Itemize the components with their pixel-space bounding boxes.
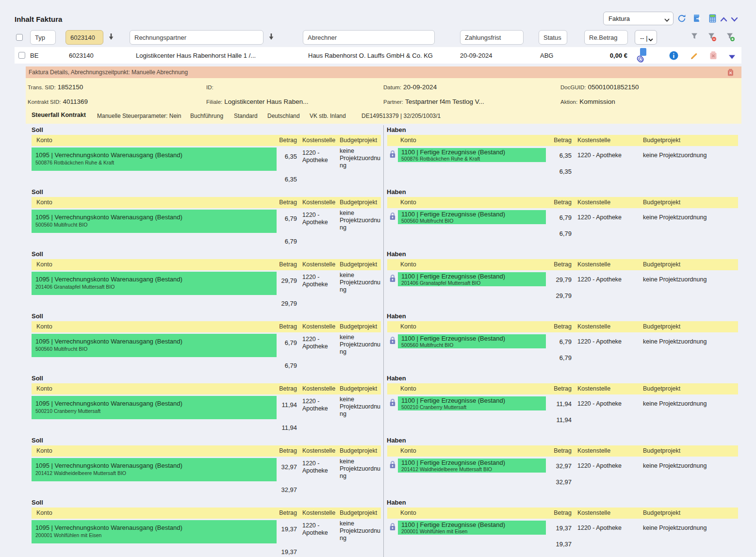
soll-konto-cell[interactable]: 1095 | Verrechnungskonto Warenausgang (B… bbox=[32, 147, 277, 171]
col-konto: Konto bbox=[36, 447, 52, 454]
haben-konto-cell[interactable]: 1100 | Fertige Erzeugnisse (Bestand) 201… bbox=[398, 272, 546, 286]
haben-konto-cell[interactable]: 1100 | Fertige Erzeugnisse (Bestand) 500… bbox=[398, 210, 546, 224]
soll-artikel: 201412 Waldheidelbeere Muttersaft BIO bbox=[35, 470, 277, 476]
soll-budgetprojekt: keine Projektzuordnung bbox=[340, 147, 383, 169]
sort-down-icon[interactable] bbox=[108, 33, 115, 41]
soll-konto-cell[interactable]: 1095 | Verrechnungskonto Warenausgang (B… bbox=[32, 334, 277, 357]
invoice-rechnungspartner: Logistikcenter Haus Rabenhorst Halle 1 /… bbox=[136, 52, 256, 59]
filter-extra-select[interactable]: -- | bbox=[635, 30, 657, 45]
col-budgetprojekt: Budgetprojekt bbox=[340, 385, 377, 392]
haben-konto-cell[interactable]: 1100 | Fertige Erzeugnisse (Bestand) 500… bbox=[398, 334, 546, 348]
haben-konto-cell[interactable]: 1100 | Fertige Erzeugnisse (Bestand) 200… bbox=[398, 521, 546, 535]
haben-heading: Haben bbox=[387, 250, 406, 258]
haben-konto-cell[interactable]: 1100 | Fertige Erzeugnisse (Bestand) 500… bbox=[398, 148, 546, 162]
haben-kostenstelle: 1220 - Apotheke bbox=[577, 276, 622, 283]
soll-total: 29,79 bbox=[262, 300, 297, 307]
sort-down-icon[interactable] bbox=[268, 33, 275, 41]
faktura-view-select[interactable]: Faktura bbox=[603, 12, 674, 25]
soll-heading: Soll bbox=[32, 126, 43, 133]
col-kostenstelle: Kostenstelle bbox=[302, 199, 335, 206]
zahlungsfrist-filter-input[interactable] bbox=[460, 30, 524, 45]
soll-heading: Soll bbox=[32, 437, 43, 444]
field-trans-sid: Trans. SID:1852150 bbox=[28, 82, 83, 91]
col-konto: Konto bbox=[400, 509, 416, 516]
info-icon[interactable] bbox=[669, 51, 678, 62]
view-select-value: Faktura bbox=[608, 15, 630, 22]
chevron-down-icon[interactable] bbox=[731, 16, 740, 24]
field-partner: Partner:Testpartner f4m Testlog V... bbox=[383, 97, 484, 106]
haben-artikel: 500560 Multifrucht BIO bbox=[401, 218, 546, 224]
soll-konto-cell[interactable]: 1095 | Verrechnungskonto Warenausgang (B… bbox=[32, 396, 277, 419]
chevron-up-icon[interactable] bbox=[720, 16, 729, 24]
col-konto: Konto bbox=[400, 323, 416, 330]
haben-konto-cell[interactable]: 1100 | Fertige Erzeugnisse (Bestand) 201… bbox=[398, 459, 546, 473]
col-budgetprojekt: Budgetprojekt bbox=[643, 447, 680, 454]
haben-column-header: Konto Betrag Kostenstelle Budgetprojekt bbox=[387, 445, 738, 457]
soll-konto-cell[interactable]: 1095 | Verrechnungskonto Warenausgang (B… bbox=[32, 210, 277, 233]
journal-block: Soll Konto Betrag Kostenstelle Budgetpro… bbox=[0, 125, 756, 187]
col-budgetprojekt: Budgetprojekt bbox=[340, 137, 377, 144]
row-checkbox[interactable] bbox=[18, 52, 25, 59]
haben-heading: Haben bbox=[387, 126, 406, 133]
col-betrag: Betrag bbox=[243, 385, 297, 392]
filter-add-icon[interactable] bbox=[726, 33, 735, 42]
soll-konto-cell[interactable]: 1095 | Verrechnungskonto Warenausgang (B… bbox=[32, 272, 277, 295]
haben-artikel: 500560 Multifrucht BIO bbox=[401, 342, 546, 348]
abrechner-filter-input[interactable] bbox=[303, 30, 435, 45]
haben-kostenstelle: 1220 - Apotheke bbox=[577, 524, 622, 531]
haben-kostenstelle: 1220 - Apotheke bbox=[577, 214, 622, 221]
col-betrag: Betrag bbox=[243, 323, 297, 330]
soll-budgetprojekt: keine Projektzuordnung bbox=[340, 396, 383, 418]
soll-konto-cell[interactable]: 1095 | Verrechnungskonto Warenausgang (B… bbox=[32, 458, 277, 481]
col-budgetprojekt: Budgetprojekt bbox=[643, 137, 680, 144]
col-betrag: Betrag bbox=[243, 137, 297, 144]
close-details-icon[interactable] bbox=[727, 68, 734, 78]
export-document-icon[interactable] bbox=[693, 14, 702, 23]
field-filiale: Filiale:Logistikcenter Haus Raben... bbox=[206, 97, 309, 106]
soll-kostenstelle: 1220 - Apotheke bbox=[302, 336, 337, 350]
soll-total: 32,97 bbox=[262, 486, 297, 493]
soll-konto-name: 1095 | Verrechnungskonto Warenausgang (B… bbox=[35, 151, 277, 159]
soll-konto-name: 1095 | Verrechnungskonto Warenausgang (B… bbox=[35, 276, 277, 283]
filter-icon[interactable] bbox=[690, 33, 700, 42]
belegnummer-filter-input[interactable] bbox=[66, 30, 103, 45]
soll-artikel: 500560 Multifrucht BIO bbox=[35, 222, 277, 228]
select-all-checkbox[interactable] bbox=[16, 34, 23, 41]
haben-total: 32,97 bbox=[537, 478, 572, 486]
journal-block: Soll Konto Betrag Kostenstelle Budgetpro… bbox=[0, 187, 756, 249]
soll-konto-cell[interactable]: 1095 | Verrechnungskonto Warenausgang (B… bbox=[32, 520, 277, 543]
col-kostenstelle: Kostenstelle bbox=[302, 137, 335, 144]
typ-filter-input[interactable] bbox=[30, 30, 56, 45]
soll-column-header: Konto Betrag Kostenstelle Budgetprojekt bbox=[32, 383, 381, 394]
details-header-text: Faktura Details, Abrechnungszeitpunkt: M… bbox=[29, 69, 188, 76]
col-betrag: Betrag bbox=[523, 261, 572, 268]
haben-artikel: 200001 Wohlfühlen mit Eisen bbox=[401, 528, 546, 535]
journal-block: Soll Konto Betrag Kostenstelle Budgetpro… bbox=[0, 374, 756, 436]
re-betrag-filter-input[interactable] bbox=[584, 30, 628, 45]
dropdown-triangle-icon[interactable] bbox=[728, 53, 736, 62]
soll-betrag: 11,94 bbox=[262, 401, 297, 409]
edit-pencil-icon[interactable] bbox=[690, 51, 699, 62]
col-konto: Konto bbox=[36, 385, 52, 392]
rechnungspartner-filter-input[interactable] bbox=[130, 30, 263, 45]
soll-total: 19,37 bbox=[262, 548, 297, 556]
col-betrag: Betrag bbox=[243, 509, 297, 516]
lock-icon bbox=[389, 274, 396, 284]
filter-extra-select-value: -- | bbox=[640, 34, 648, 42]
haben-betrag: 6,79 bbox=[537, 338, 572, 345]
invoice-row[interactable]: BE 6023140 Logistikcenter Haus Rabenhors… bbox=[15, 47, 741, 64]
soll-kostenstelle: 1220 - Apotheke bbox=[302, 522, 337, 537]
filter-remove-icon[interactable] bbox=[707, 33, 717, 42]
chevron-down-icon bbox=[648, 36, 653, 43]
refresh-icon[interactable] bbox=[677, 14, 686, 23]
haben-konto-cell[interactable]: 1100 | Fertige Erzeugnisse (Bestand) 500… bbox=[398, 396, 546, 410]
delete-icon[interactable] bbox=[709, 51, 717, 62]
attachment-icon[interactable] bbox=[636, 48, 647, 65]
status-filter-input[interactable] bbox=[539, 30, 567, 45]
col-budgetprojekt: Budgetprojekt bbox=[643, 323, 680, 330]
calculator-icon[interactable] bbox=[708, 14, 717, 23]
col-betrag: Betrag bbox=[523, 323, 572, 330]
soll-column-header: Konto Betrag Kostenstelle Budgetprojekt bbox=[32, 197, 381, 208]
haben-budgetprojekt: keine Projektzuordnung bbox=[643, 400, 707, 407]
steuerfall-tab[interactable]: Steuerfall Kontrakt bbox=[32, 112, 86, 118]
